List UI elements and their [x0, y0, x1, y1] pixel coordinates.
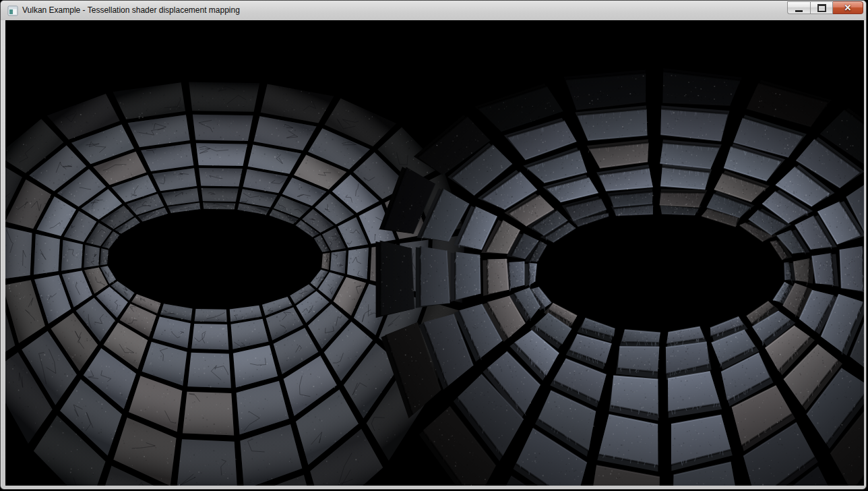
title-bar[interactable]: Vulkan Example - Tessellation shader dis…: [1, 1, 866, 20]
minimize-icon: [795, 10, 803, 12]
close-icon: ✕: [844, 2, 852, 13]
close-button[interactable]: ✕: [833, 1, 863, 14]
minimize-button[interactable]: [787, 1, 810, 14]
render-canvas[interactable]: [5, 20, 864, 486]
window-title: Vulkan Example - Tessellation shader dis…: [22, 1, 240, 20]
app-icon-image: [7, 5, 18, 16]
app-icon[interactable]: [7, 5, 18, 16]
maximize-button[interactable]: [810, 1, 833, 14]
render-viewport: [5, 20, 864, 486]
app-window: Vulkan Example - Tessellation shader dis…: [0, 0, 867, 490]
maximize-icon: [817, 4, 826, 12]
window-controls: ✕: [787, 1, 863, 15]
